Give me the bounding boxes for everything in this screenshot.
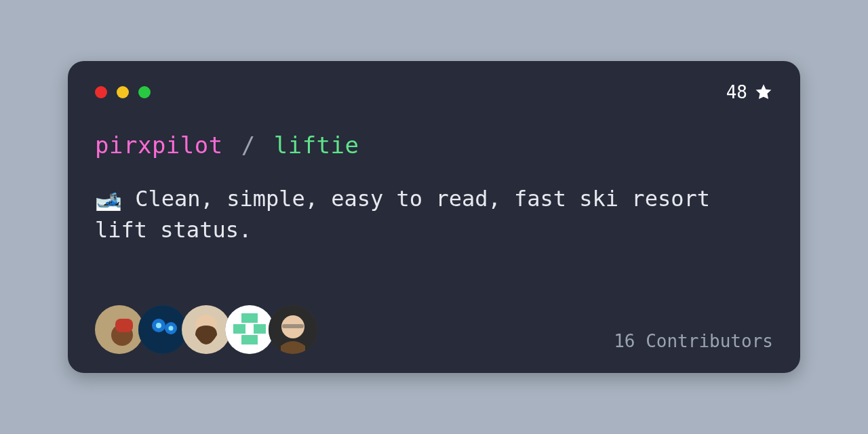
contributors-label[interactable]: 16 Contributors: [614, 331, 773, 354]
svg-rect-13: [245, 324, 254, 334]
svg-rect-17: [282, 324, 304, 328]
traffic-lights: [95, 86, 151, 98]
avatar[interactable]: [182, 305, 231, 354]
avatar[interactable]: [95, 305, 144, 354]
repo-title: pirxpilot / liftie: [95, 132, 773, 159]
svg-rect-11: [241, 313, 258, 323]
avatar[interactable]: [225, 305, 274, 354]
svg-rect-2: [115, 319, 133, 332]
minimize-icon[interactable]: [117, 86, 129, 98]
svg-rect-14: [241, 335, 258, 344]
repo-separator: /: [241, 132, 256, 159]
avatar[interactable]: [138, 305, 187, 354]
repo-owner[interactable]: pirxpilot: [95, 132, 223, 159]
star-count[interactable]: 48: [726, 82, 773, 102]
zoom-icon[interactable]: [138, 86, 151, 98]
window-topbar: 48: [95, 83, 773, 102]
svg-point-7: [169, 326, 174, 331]
contributor-avatars: [95, 305, 317, 354]
close-icon[interactable]: [95, 86, 107, 98]
repo-name[interactable]: liftie: [274, 132, 359, 159]
repo-description: 🎿 Clean, simple, easy to read, fast ski …: [95, 183, 760, 246]
star-count-value: 48: [726, 82, 747, 102]
svg-point-6: [156, 323, 161, 328]
card-footer: 16 Contributors: [95, 305, 773, 354]
star-icon: [754, 83, 773, 102]
repo-card: 48 pirxpilot / liftie 🎿 Clean, simple, e…: [68, 61, 800, 373]
avatar[interactable]: [269, 305, 317, 354]
